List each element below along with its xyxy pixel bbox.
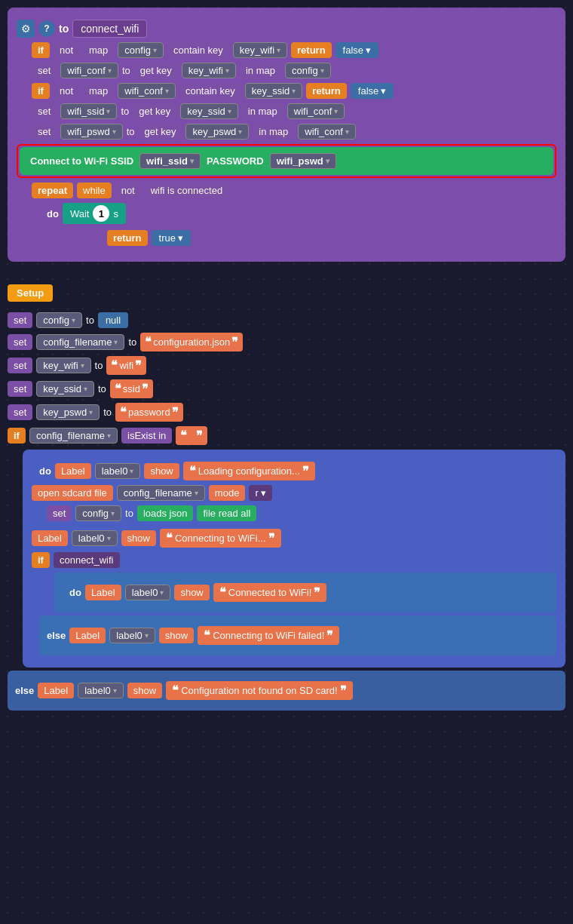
set-kw-config[interactable]: set <box>8 312 32 328</box>
in-map-2[interactable]: in map <box>242 103 283 119</box>
return-keyword-1[interactable]: return <box>291 42 332 58</box>
string-ssid[interactable]: ❝ ssid ❞ <box>110 379 153 398</box>
not-keyword-1[interactable]: not <box>54 42 79 58</box>
map-keyword-1[interactable]: map <box>83 42 114 58</box>
if-keyword-bottom[interactable]: if <box>8 428 26 444</box>
set-keyword-2[interactable]: set <box>32 103 57 119</box>
get-key-2[interactable]: get key <box>133 103 176 119</box>
help-icon[interactable]: ? <box>38 20 55 37</box>
config-var-bottom[interactable]: config ▾ <box>36 312 82 328</box>
map-keyword-2[interactable]: map <box>83 83 114 99</box>
loading-msg[interactable]: ❝ Loading configuration... ❞ <box>183 462 315 480</box>
return-keyword-2[interactable]: return <box>306 83 347 99</box>
string-wifi[interactable]: ❝ wifi ❞ <box>106 356 146 375</box>
contain-key-2[interactable]: contain key <box>179 83 241 99</box>
label0-var-2[interactable]: label0 ▾ <box>72 530 118 546</box>
set-keyword-3[interactable]: set <box>32 124 57 140</box>
set-kw-ssid[interactable]: set <box>8 381 32 397</box>
empty-string-block[interactable]: ❝ ❞ <box>176 426 207 445</box>
mode-r-block[interactable]: r ▾ <box>249 485 271 501</box>
set-kw-pswd[interactable]: set <box>8 404 32 420</box>
wifi-conf-var[interactable]: wifi_conf ▾ <box>60 63 118 78</box>
key-wifi-var-bottom[interactable]: key_wifi ▾ <box>36 358 90 373</box>
set-keyword-1[interactable]: set <box>32 63 57 78</box>
config-filename-var[interactable]: config_filename ▾ <box>36 334 124 350</box>
connected-msg[interactable]: ❝ Connected to WiFi! ❞ <box>213 583 327 602</box>
show-kw-2[interactable]: show <box>121 530 156 546</box>
false-block-1[interactable]: false ▾ <box>336 42 378 58</box>
not-keyword-2[interactable]: not <box>54 83 79 99</box>
function-name-block[interactable]: connect_wifi <box>72 20 147 38</box>
label-kw-5[interactable]: Label <box>38 683 74 698</box>
show-kw-1[interactable]: show <box>144 463 179 479</box>
config-filename-var-2[interactable]: config_filename ▾ <box>29 428 118 444</box>
label-connected-row: do Label label0 ▾ show ❝ Connected to Wi… <box>62 583 549 602</box>
gear-icon[interactable]: ⚙ <box>17 20 35 38</box>
while-keyword[interactable]: while <box>77 183 112 198</box>
string-password[interactable]: ❝ password ❞ <box>115 403 183 422</box>
key-wifi-var-2[interactable]: key_wifi ▾ <box>182 63 236 78</box>
string-config-json[interactable]: ❝ configuration.json ❞ <box>140 333 243 351</box>
wifi-connect-block[interactable]: Connect to Wi-Fi SSID wifi_ssid ▾ PASSWO… <box>20 147 553 175</box>
key-ssid-var-bottom[interactable]: key_ssid ▾ <box>36 381 94 397</box>
not-found-msg[interactable]: ❝ Configuration not found on SD card! ❞ <box>166 681 352 700</box>
mode-kw[interactable]: mode <box>209 485 246 501</box>
label0-var-3[interactable]: label0 ▾ <box>125 585 171 600</box>
wifi-conf-var-2[interactable]: wifi_conf ▾ <box>118 83 176 99</box>
label-kw-3[interactable]: Label <box>85 585 121 600</box>
wifi-ssid-var-2[interactable]: wifi_ssid ▾ <box>139 153 201 169</box>
wifi-pswd-var[interactable]: wifi_pswd ▾ <box>60 124 122 140</box>
connecting-msg[interactable]: ❝ Connecting to WiFi... ❞ <box>160 529 281 548</box>
config-var-1[interactable]: config ▾ <box>118 42 164 58</box>
label0-var-1[interactable]: label0 ▾ <box>95 463 141 479</box>
repeat-keyword[interactable]: repeat <box>32 183 73 198</box>
wifi-is-connected[interactable]: wifi is connected <box>145 183 228 198</box>
failed-msg[interactable]: ❝ Connecting to WiFi failed! ❞ <box>198 626 339 645</box>
label-kw-2[interactable]: Label <box>32 530 68 546</box>
key-pswd-var-bottom[interactable]: key_pswd ▾ <box>36 404 100 420</box>
is-exist-block[interactable]: isExist in <box>121 428 172 444</box>
show-kw-3[interactable]: show <box>174 585 209 600</box>
file-read-kw[interactable]: file read all <box>197 505 256 521</box>
config-var-2[interactable]: config ▾ <box>285 63 331 78</box>
config-filename-var-3[interactable]: config_filename ▾ <box>117 485 205 501</box>
label0-var-5[interactable]: label0 ▾ <box>78 683 124 698</box>
function-definition: ⚙ ? to connect_wifi if not map config ▾ … <box>8 8 565 262</box>
key-wifi-var-1[interactable]: key_wifi ▾ <box>233 42 287 58</box>
show-kw-5[interactable]: show <box>127 683 162 698</box>
setup-block[interactable]: Setup <box>8 284 53 302</box>
label0-var-4[interactable]: label0 ▾ <box>109 628 155 643</box>
null-block[interactable]: null <box>98 312 128 328</box>
number-1[interactable]: 1 <box>93 205 109 222</box>
set-kw-filename[interactable]: set <box>8 334 32 350</box>
key-ssid-var-2[interactable]: key_ssid ▾ <box>180 103 238 119</box>
config-var-3[interactable]: config ▾ <box>75 505 121 521</box>
wifi-pswd-var-2[interactable]: wifi_pswd ▾ <box>270 153 336 169</box>
loads-json-kw[interactable]: loads json <box>137 505 194 521</box>
wifi-ssid-var[interactable]: wifi_ssid ▾ <box>60 103 117 119</box>
get-key-3[interactable]: get key <box>139 124 182 140</box>
not-keyword-3[interactable]: not <box>115 183 141 198</box>
if-keyword-3[interactable]: if <box>32 552 50 568</box>
in-map-1[interactable]: in map <box>240 63 281 78</box>
true-block[interactable]: true ▾ <box>152 230 191 246</box>
wait-block[interactable]: Wait 1 s <box>63 203 126 224</box>
wifi-conf-var-4[interactable]: wifi_conf ▾ <box>298 124 356 140</box>
open-sdcard-kw[interactable]: open sdcard file <box>32 485 113 501</box>
false-block-2[interactable]: false ▾ <box>351 83 394 99</box>
key-ssid-var-1[interactable]: key_ssid ▾ <box>245 83 303 99</box>
label-kw-1[interactable]: Label <box>55 463 91 479</box>
set-kw-config-2[interactable]: set <box>47 505 72 521</box>
if-keyword-2[interactable]: if <box>32 83 50 99</box>
contain-key-1[interactable]: contain key <box>167 42 229 58</box>
label-kw-4[interactable]: Label <box>69 628 106 643</box>
set-kw-wifi[interactable]: set <box>8 358 32 373</box>
key-pswd-var-1[interactable]: key_pswd ▾ <box>185 124 249 140</box>
show-kw-4[interactable]: show <box>159 628 194 643</box>
return-keyword-3[interactable]: return <box>107 230 148 246</box>
wifi-conf-var-3[interactable]: wifi_conf ▾ <box>287 103 345 119</box>
get-key-1[interactable]: get key <box>134 63 178 78</box>
if-keyword-1[interactable]: if <box>32 42 50 58</box>
in-map-3[interactable]: in map <box>253 124 294 140</box>
connect-wifi-call[interactable]: connect_wifi <box>54 552 120 568</box>
